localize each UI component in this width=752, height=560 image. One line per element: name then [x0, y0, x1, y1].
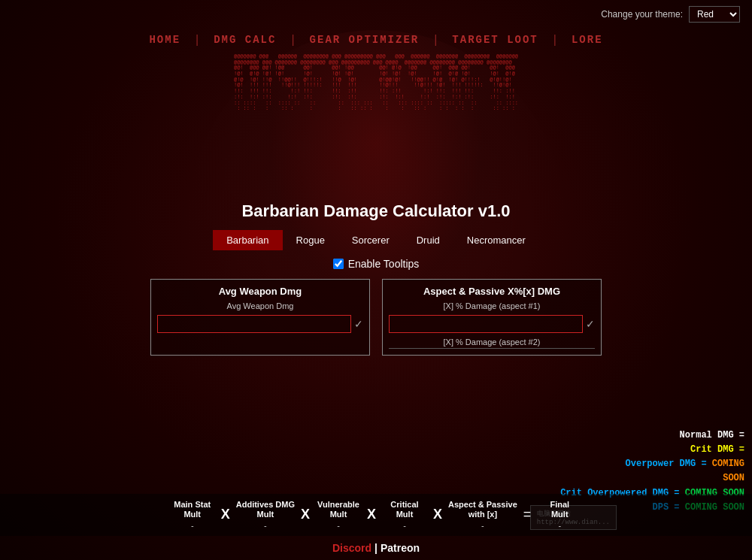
nav-dmg-calc[interactable]: DMG CALC	[214, 34, 276, 46]
formula-final: FinalMult -	[537, 500, 582, 530]
page-wrapper: Change your theme: Red Blue Green Dark H…	[0, 0, 752, 560]
tab-barbarian[interactable]: Barbarian	[213, 230, 282, 250]
tooltips-row: Enable Tooltips	[333, 258, 420, 270]
panel-weapon-title: Avg Weapon Dmg	[157, 286, 363, 297]
formula-additives: Additives DMGMult -	[236, 500, 295, 530]
formula-equals: =	[523, 507, 532, 522]
formula-final-value: -	[558, 521, 561, 530]
formula-aspect: Aspect & Passivewith [x] -	[448, 500, 517, 530]
weapon-check-icon: ✓	[354, 318, 363, 330]
calc-panels: Avg Weapon Dmg Avg Weapon Dmg ✓ Aspect &…	[150, 279, 602, 356]
panel-aspect-dmg: Aspect & Passive X%[x] DMG [X] % Damage …	[382, 279, 602, 356]
panel-aspect-subtitle2: [X] % Damage (aspect #2)	[389, 336, 595, 349]
ascii-art: @@@@@@@ @@@ @@@@@@ @@@@@@@@ @@@ @@@@@@@@…	[0, 51, 752, 201]
nav-gear-optimizer[interactable]: GEAR OPTIMIZER	[310, 34, 420, 46]
formula-main-stat-value: -	[191, 521, 194, 530]
formula-op-4: X	[433, 507, 442, 522]
formula-final-label: FinalMult	[550, 500, 569, 519]
footer-patreon[interactable]: Patreon	[381, 542, 420, 554]
aspect-dmg-input[interactable]	[389, 315, 583, 333]
formula-aspect-value: -	[481, 521, 484, 530]
tooltips-label: Enable Tooltips	[348, 258, 420, 270]
nav-home[interactable]: HOME	[149, 34, 180, 46]
class-tabs: Barbarian Rogue Sorcerer Druid Necromanc…	[213, 230, 539, 250]
panel-aspect-input-row: ✓	[389, 315, 595, 333]
nav-target-loot[interactable]: TARGET LOOT	[452, 34, 538, 46]
tab-necromancer[interactable]: Necromancer	[453, 230, 539, 250]
theme-label: Change your theme:	[601, 9, 683, 20]
formula-main-stat-label: Main StatMult	[174, 500, 211, 519]
formula-op-1: X	[221, 507, 230, 522]
formula-op-3: X	[367, 507, 376, 522]
formula-critical-label: CriticalMult	[390, 500, 418, 519]
tooltips-checkbox[interactable]	[333, 259, 344, 269]
footer-discord[interactable]: Discord	[332, 542, 371, 554]
formula-op-2: X	[301, 507, 310, 522]
tab-sorcerer[interactable]: Sorcerer	[338, 230, 403, 250]
formula-vulnerable-value: -	[337, 521, 340, 530]
top-bar: Change your theme: Red Blue Green Dark	[0, 0, 752, 29]
nav-lore[interactable]: LORE	[572, 34, 603, 46]
formula-critical-value: -	[403, 521, 406, 530]
formula-aspect-label: Aspect & Passivewith [x]	[448, 500, 517, 519]
aspect-check-icon: ✓	[586, 318, 595, 330]
panel-weapon-input-row: ✓	[157, 315, 363, 333]
main-content: Barbarian Damage Calculator v1.0 Barbari…	[0, 201, 752, 494]
formula-vulnerable: VulnerableMult -	[316, 500, 361, 530]
formula-row: Main StatMult - X Additives DMGMult - X …	[0, 494, 752, 536]
nav-bar: HOME | DMG CALC | GEAR OPTIMIZER | TARGE…	[0, 29, 752, 51]
weapon-dmg-input[interactable]	[157, 315, 351, 333]
formula-main-stat: Main StatMult -	[170, 500, 215, 530]
footer-separator: |	[374, 542, 378, 554]
tab-druid[interactable]: Druid	[403, 230, 453, 250]
tab-rogue[interactable]: Rogue	[283, 230, 338, 250]
theme-select[interactable]: Red Blue Green Dark	[689, 6, 740, 23]
panel-weapon-dmg: Avg Weapon Dmg Avg Weapon Dmg ✓	[150, 279, 370, 356]
formula-vulnerable-label: VulnerableMult	[317, 500, 359, 519]
panel-aspect-title: Aspect & Passive X%[x] DMG	[389, 286, 595, 297]
formula-additives-label: Additives DMGMult	[236, 500, 295, 519]
panel-weapon-subtitle: Avg Weapon Dmg	[157, 301, 363, 310]
footer-links: Discord | Patreon	[0, 536, 752, 560]
panel-aspect-subtitle1: [X] % Damage (aspect #1)	[389, 301, 595, 310]
calc-title: Barbarian Damage Calculator v1.0	[241, 201, 510, 221]
formula-critical: CriticalMult -	[382, 500, 427, 530]
formula-additives-value: -	[264, 521, 267, 530]
